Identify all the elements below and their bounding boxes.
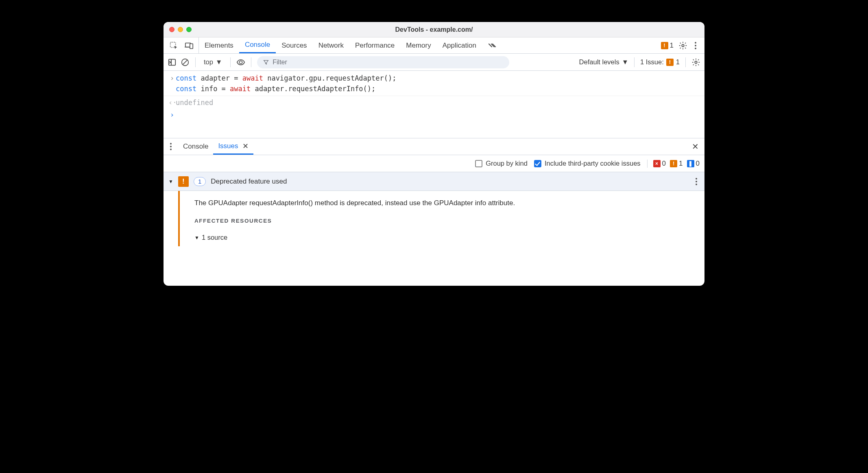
settings-icon[interactable] [678,41,687,50]
close-tab-icon[interactable]: ✕ [242,142,249,151]
group-by-kind-label: Group by kind [486,160,528,167]
drawer-tab-issues[interactable]: Issues ✕ [213,138,253,155]
main-tabstrip: Elements Console Sources Network Perform… [164,37,704,54]
console-settings-icon[interactable] [691,58,700,67]
issue-counts: ×0 !1 ❚0 [647,160,700,168]
tab-network[interactable]: Network [313,37,349,53]
console-input-row[interactable]: › const adapter = await navigator.gpu.re… [164,72,704,95]
tab-elements[interactable]: Elements [199,37,239,53]
window-title: DevTools - example.com/ [164,26,704,33]
console-return-row: ‹· undefined [164,97,704,109]
affected-resources-heading: AFFECTED RESOURCES [194,218,696,224]
console-output: › const adapter = await navigator.gpu.re… [164,71,704,121]
svg-rect-2 [190,44,193,48]
drawer-tab-console[interactable]: Console [178,138,213,155]
toolbar-left [164,37,199,53]
warning-count[interactable]: !1 [670,160,683,168]
filter-placeholder: Filter [273,59,287,66]
live-expression-icon[interactable] [236,58,245,67]
info-count[interactable]: ❚0 [687,160,700,168]
tab-application[interactable]: Application [437,37,482,53]
levels-label: Default levels [579,58,619,66]
console-filterbar: top ▼ Filter Default levels ▼ 1 Issue: !… [164,54,704,71]
context-selector[interactable]: top ▼ [201,57,225,67]
issues-link[interactable]: 1 Issue: ! 1 [640,58,680,66]
more-menu-icon[interactable] [692,42,699,49]
issue-indent [164,191,180,246]
issue-message: The GPUAdapter requestAdapterInfo() meth… [194,199,696,207]
toggle-sidebar-icon[interactable] [168,58,177,67]
clear-console-icon[interactable] [181,58,190,67]
prompt-arrow-icon: › [168,110,176,120]
warning-indicator[interactable]: ! 1 [661,42,674,50]
filter-input[interactable]: Filter [257,56,509,68]
warning-icon: ! [670,160,677,167]
traffic-lights [169,27,192,32]
warning-icon: ! [178,176,189,187]
console-code: const adapter = await navigator.gpu.requ… [176,73,396,94]
sources-toggle[interactable]: ▼ 1 source [194,234,696,241]
console-prompt[interactable] [176,110,180,120]
warning-count: 1 [670,42,674,50]
device-toolbar-icon[interactable] [185,41,194,50]
filter-icon [263,59,269,66]
output-arrow-icon: ‹· [168,98,176,108]
svg-point-7 [695,61,697,64]
input-arrow-icon: › [168,73,176,84]
return-value: undefined [176,98,213,108]
chevron-down-icon: ▼ [622,58,628,66]
tab-console[interactable]: Console [239,37,276,53]
info-icon: ❚ [687,160,694,167]
svg-rect-4 [169,59,176,65]
issue-title: Deprecated feature used [211,177,287,186]
issue-header[interactable]: ▼ ! 1 Deprecated feature used [164,172,704,191]
issue-label: 1 Issue: [640,58,664,66]
kebab-icon [168,143,174,150]
more-tabs-button[interactable] [482,37,504,53]
severity-bar [178,191,180,246]
sources-label: 1 source [202,234,227,241]
minimize-window-button[interactable] [178,27,183,32]
drawer-menu-button[interactable] [164,138,178,155]
context-label: top [204,58,213,66]
group-by-kind-checkbox[interactable]: Group by kind [475,160,528,167]
warning-icon: ! [661,42,668,49]
close-drawer-button[interactable]: ✕ [686,138,704,155]
main-tabs: Elements Console Sources Network Perform… [199,37,504,53]
error-count[interactable]: ×0 [653,160,666,168]
tab-performance[interactable]: Performance [349,37,400,53]
error-icon: × [653,160,661,167]
tab-memory[interactable]: Memory [400,37,436,53]
checkbox-unchecked-icon [475,160,482,167]
inspect-element-icon[interactable] [169,41,178,50]
warning-icon: ! [666,59,674,66]
tab-sources[interactable]: Sources [276,37,312,53]
third-party-cookie-label: Include third-party cookie issues [545,160,641,167]
console-prompt-row[interactable]: › [164,109,704,121]
chevron-down-icon: ▼ [216,58,222,66]
toolbar-right: ! 1 [655,37,704,53]
issue-count-pill: 1 [194,177,206,186]
issue-count: 1 [676,58,680,66]
issue-menu-icon[interactable] [693,178,700,185]
issues-toolbar: Group by kind Include third-party cookie… [164,155,704,172]
svg-point-6 [240,61,242,64]
issue-detail: The GPUAdapter requestAdapterInfo() meth… [164,191,704,246]
expand-triangle-icon: ▼ [168,179,173,184]
close-window-button[interactable] [169,27,174,32]
drawer-tabstrip: Console Issues ✕ ✕ [164,138,704,155]
checkbox-checked-icon [534,160,541,167]
third-party-cookie-checkbox[interactable]: Include third-party cookie issues [534,160,641,167]
drawer-tab-issues-label: Issues [218,142,238,150]
titlebar: DevTools - example.com/ [164,22,704,37]
svg-point-3 [682,44,684,47]
zoom-window-button[interactable] [186,27,192,32]
devtools-window: DevTools - example.com/ Elements Console… [164,22,704,286]
log-levels-selector[interactable]: Default levels ▼ [579,58,628,66]
expand-triangle-icon: ▼ [194,235,199,241]
